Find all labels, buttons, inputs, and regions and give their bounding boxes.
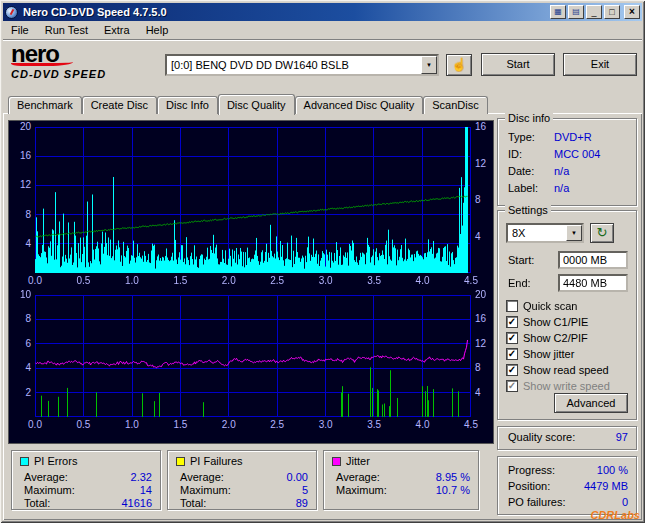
axis-tick-label: 20	[9, 122, 31, 132]
close-button[interactable]: ×	[624, 5, 640, 19]
checkbox-box[interactable]: ✓	[506, 364, 518, 376]
row-label: Maximum:	[336, 484, 387, 496]
axis-tick-label: 3.0	[314, 420, 338, 430]
disc-info-row-type: Type: DVD+R	[508, 131, 628, 145]
list-icon: ▤	[572, 7, 580, 16]
row-value: 100 %	[597, 464, 628, 476]
logo-brand: nero	[11, 43, 161, 65]
chevron-down-icon[interactable]: ▼	[566, 225, 582, 241]
end-label: End:	[508, 277, 531, 289]
checkbox-label: Show jitter	[523, 348, 574, 360]
disc-info-row-label: Label: n/a	[508, 182, 628, 196]
end-position-input[interactable]	[558, 274, 628, 292]
axis-tick-label: 6	[9, 339, 31, 349]
settings-group: Settings 8X ▼ ↻ Start: End: Quick scan ✓…	[497, 210, 637, 420]
axis-tick-label: 8	[9, 210, 31, 220]
row-value: 8.95 %	[436, 471, 470, 483]
titlebar[interactable]: Nero CD-DVD Speed 4.7.5.0 ▦ ▤ _ □ ×	[3, 3, 642, 21]
row-label: Label:	[508, 182, 538, 194]
tab-scandisc[interactable]: ScanDisc	[423, 96, 487, 114]
menu-help[interactable]: Help	[138, 22, 177, 38]
pi-errors-legend: PI Errors	[20, 455, 77, 467]
pi-failures-stats-box: PI Failures Average: 0.00 Maximum: 5 Tot…	[167, 450, 317, 510]
tab-create-disc[interactable]: Create Disc	[82, 96, 157, 114]
axis-tick-label: 12	[475, 339, 486, 349]
minimize-button[interactable]: _	[586, 5, 602, 19]
axis-tick-label: 0.5	[71, 276, 95, 286]
menu-run-test[interactable]: Run Test	[37, 22, 96, 38]
checkbox-box[interactable]: ✓	[506, 316, 518, 328]
row-value: 5	[302, 484, 308, 496]
axis-tick-label: 8	[475, 363, 481, 373]
pi-failures-legend: PI Failures	[176, 455, 243, 467]
stat-row: Average: 8.95 %	[336, 471, 470, 483]
axis-tick-label: 4	[475, 388, 481, 398]
tab-disc-quality[interactable]: Disc Quality	[218, 94, 295, 115]
start-button[interactable]: Start	[481, 53, 555, 76]
axis-tick-label: 2.0	[217, 420, 241, 430]
start-label: Start:	[508, 254, 534, 266]
checkbox-show-read-speed[interactable]: ✓Show read speed	[506, 363, 630, 376]
window-title: Nero CD-DVD Speed 4.7.5.0	[20, 6, 548, 18]
titlebar-extra-button-1[interactable]: ▦	[550, 5, 566, 19]
stat-row: Total: 89	[180, 497, 308, 509]
checkbox-box[interactable]: ✓	[506, 348, 518, 360]
checkbox-show-c1-pie[interactable]: ✓Show C1/PIE	[506, 315, 630, 328]
axis-tick-label: 2.5	[265, 420, 289, 430]
row-label: PO failures:	[508, 496, 565, 508]
toolbar: nero CD-DVD SPEED [0:0] BENQ DVD DD DW16…	[3, 41, 642, 91]
checkbox-quick-scan[interactable]: Quick scan	[506, 299, 630, 312]
checkbox-box[interactable]	[506, 300, 518, 312]
application-window: Nero CD-DVD Speed 4.7.5.0 ▦ ▤ _ □ × File…	[0, 0, 645, 523]
stat-row: Average: 0.00	[180, 471, 308, 483]
row-value: MCC 004	[554, 148, 600, 160]
axis-tick-label: 1.0	[120, 276, 144, 286]
row-value: n/a	[554, 182, 569, 194]
refresh-speeds-button[interactable]: ↻	[590, 223, 614, 243]
row-value: 0	[622, 496, 628, 508]
row-value: 89	[296, 497, 308, 509]
quality-charts-panel: 201612841612840.00.51.01.52.02.53.03.54.…	[8, 120, 494, 444]
row-label: Position:	[508, 480, 550, 492]
checkbox-label: Quick scan	[523, 300, 577, 312]
axis-tick-label: 3.0	[314, 276, 338, 286]
row-label: Average:	[336, 471, 380, 483]
end-position-row: End:	[508, 274, 628, 292]
drive-info-button[interactable]: ☝	[446, 54, 472, 76]
axis-tick-label: 16	[9, 151, 31, 161]
checkbox-box[interactable]: ✓	[506, 380, 518, 392]
speed-select[interactable]: 8X ▼	[506, 223, 584, 243]
titlebar-extra-button-2[interactable]: ▤	[568, 5, 584, 19]
exit-button[interactable]: Exit	[563, 53, 637, 76]
tab-strip: Benchmark Create Disc Disc Info Disc Qua…	[8, 93, 488, 114]
checkbox-show-write-speed[interactable]: ✓Show write speed	[506, 379, 630, 392]
axis-tick-label: 12	[9, 180, 31, 190]
row-label: Average:	[180, 471, 224, 483]
maximize-button[interactable]: □	[604, 5, 620, 19]
axis-tick-label: 4.0	[411, 276, 435, 286]
chevron-down-icon[interactable]: ▼	[421, 56, 437, 74]
menu-extra[interactable]: Extra	[96, 22, 138, 38]
start-position-input[interactable]	[558, 251, 628, 269]
tab-disc-info[interactable]: Disc Info	[157, 96, 218, 114]
checkbox-show-jitter[interactable]: ✓Show jitter	[506, 347, 630, 360]
drive-select[interactable]: [0:0] BENQ DVD DD DW1640 BSLB ▼	[165, 54, 439, 76]
axis-tick-label: 2.5	[265, 276, 289, 286]
axis-tick-label: 8	[475, 195, 481, 205]
jitter-stats-box: Jitter Average: 8.95 % Maximum: 10.7 %	[323, 450, 479, 510]
checkbox-box[interactable]: ✓	[506, 332, 518, 344]
menu-file[interactable]: File	[3, 22, 37, 38]
axis-tick-label: 0.0	[23, 276, 47, 286]
start-position-row: Start:	[508, 251, 628, 269]
tab-benchmark[interactable]: Benchmark	[8, 96, 82, 114]
axis-tick-label: 3.5	[362, 420, 386, 430]
advanced-button[interactable]: Advanced	[554, 393, 628, 413]
position-row: Position: 4479 MB	[508, 480, 628, 494]
tab-advanced-disc-quality[interactable]: Advanced Disc Quality	[295, 96, 424, 114]
speed-select-value: 8X	[508, 227, 566, 239]
stats-title: PI Failures	[190, 455, 243, 467]
checkbox-show-c2-pif[interactable]: ✓Show C2/PIF	[506, 331, 630, 344]
row-label: Date:	[508, 165, 534, 177]
row-value: 41616	[121, 497, 152, 509]
disc-info-group: Disc info Type: DVD+R ID: MCC 004 Date: …	[497, 118, 637, 206]
